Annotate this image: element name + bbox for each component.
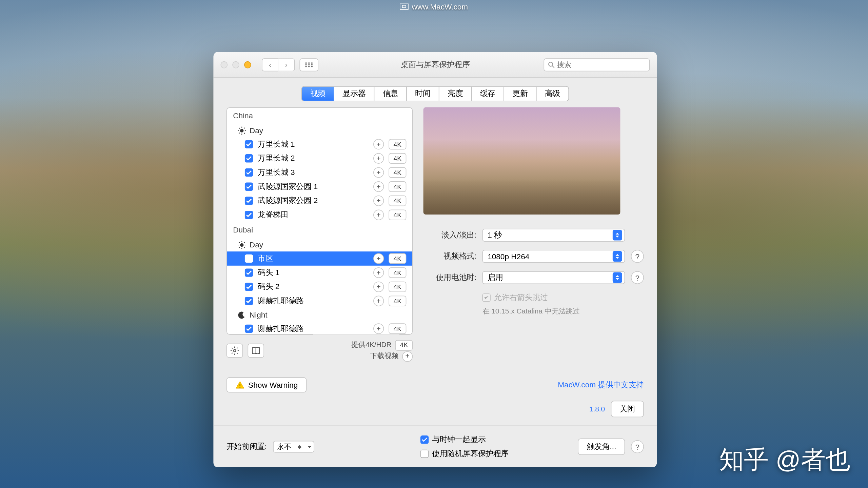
item-label: 万里长城 2 — [258, 153, 369, 164]
hot-corners-button[interactable]: 触发角... — [578, 439, 625, 455]
warning-icon — [235, 380, 245, 390]
settings-gear-button[interactable] — [226, 344, 243, 358]
list-item[interactable]: 谢赫扎耶德路+4K — [227, 294, 412, 308]
tab-1[interactable]: 显示器 — [334, 87, 374, 101]
search-field[interactable] — [544, 58, 650, 71]
list-item[interactable]: 码头 1+4K — [227, 266, 412, 280]
clock-label: 与时钟一起显示 — [432, 434, 486, 445]
bottom-help-button[interactable]: ? — [631, 441, 644, 453]
item-checkbox[interactable] — [245, 325, 253, 333]
item-add-button[interactable]: + — [373, 253, 384, 264]
item-add-button[interactable]: + — [373, 153, 384, 164]
battery-help-button[interactable]: ? — [631, 271, 644, 284]
item-checkbox[interactable] — [245, 283, 253, 291]
svg-point-9 — [308, 66, 310, 67]
item-add-button[interactable]: + — [373, 296, 384, 306]
show-all-button[interactable] — [299, 58, 318, 71]
svg-line-29 — [239, 247, 239, 248]
svg-line-19 — [244, 133, 244, 133]
back-button[interactable]: ‹ — [262, 58, 278, 71]
list-item[interactable]: 市区+4K — [227, 252, 412, 266]
item-add-button[interactable]: + — [373, 182, 384, 192]
item-checkbox[interactable] — [245, 211, 253, 219]
hdr-badge: 4K — [395, 340, 413, 350]
tab-7[interactable]: 高级 — [536, 87, 568, 101]
list-item[interactable]: 万里长城 1+4K — [227, 137, 412, 151]
skip-note: 在 10.15.x Catalina 中无法跳过 — [482, 306, 644, 317]
list-item[interactable]: 码头 2+4K — [227, 280, 412, 294]
close-button[interactable]: 关闭 — [611, 401, 644, 418]
list-section-header: Dubai — [227, 222, 412, 238]
item-label: 武陵源国家公园 2 — [258, 196, 369, 206]
minimize-traffic-light[interactable] — [232, 61, 239, 68]
download-plus-button[interactable]: + — [402, 351, 413, 362]
tab-6[interactable]: 更新 — [504, 87, 537, 101]
zoom-traffic-light[interactable] — [244, 61, 251, 68]
list-section-header: China — [227, 108, 412, 124]
item-label: 万里长城 1 — [258, 139, 369, 149]
list-item[interactable]: 武陵源国家公园 1+4K — [227, 180, 412, 194]
svg-point-7 — [311, 64, 313, 65]
tab-bar: 视频显示器信息时间亮度缓存更新高级 — [214, 78, 657, 107]
svg-rect-0 — [400, 3, 408, 9]
item-checkbox[interactable] — [245, 140, 253, 148]
list-item[interactable]: 谢赫扎耶德路+4K — [227, 322, 412, 334]
search-input[interactable] — [557, 60, 646, 68]
item-checkbox[interactable] — [245, 183, 253, 191]
idle-select[interactable]: 永不 — [273, 441, 314, 453]
window-title: 桌面与屏幕保护程序 — [401, 59, 470, 70]
item-label: 市区 — [258, 253, 369, 264]
item-label: 万里长城 3 — [258, 167, 369, 178]
item-checkbox[interactable] — [245, 255, 253, 263]
tab-5[interactable]: 缓存 — [472, 87, 504, 101]
tab-2[interactable]: 信息 — [374, 87, 407, 101]
item-add-button[interactable]: + — [373, 196, 384, 206]
battery-select[interactable]: 启用 — [482, 271, 625, 284]
watermark-bottom-right: 知乎 @者也 — [719, 443, 850, 476]
tab-0[interactable]: 视频 — [302, 87, 334, 101]
item-add-button[interactable]: + — [373, 139, 384, 149]
list-item[interactable]: 武陵源国家公园 2+4K — [227, 194, 412, 208]
fade-select[interactable]: 1 秒 — [482, 229, 625, 242]
video-preview — [423, 107, 620, 214]
video-list[interactable]: ChinaDay万里长城 1+4K万里长城 2+4K万里长城 3+4K武陵源国家… — [226, 107, 413, 334]
tab-4[interactable]: 亮度 — [439, 87, 472, 101]
battery-label: 使用电池时: — [423, 272, 477, 283]
svg-point-2 — [305, 62, 307, 63]
support-link[interactable]: MacW.com 提供中文支持 — [558, 380, 644, 390]
list-item[interactable]: 龙脊梯田+4K — [227, 208, 412, 222]
list-item[interactable]: 万里长城 2+4K — [227, 151, 412, 166]
tab-3[interactable]: 时间 — [407, 87, 439, 101]
skip-label: 允许右箭头跳过 — [494, 292, 548, 303]
item-badge: 4K — [389, 139, 406, 149]
titlebar: ‹ › 桌面与屏幕保护程序 — [214, 52, 657, 78]
chevron-updown-icon — [613, 251, 622, 262]
item-checkbox[interactable] — [245, 168, 253, 177]
close-traffic-light[interactable] — [220, 61, 228, 68]
list-item[interactable]: 万里长城 3+4K — [227, 166, 412, 180]
item-add-button[interactable]: + — [373, 167, 384, 178]
random-checkbox[interactable] — [420, 450, 428, 458]
forward-button[interactable]: › — [278, 58, 295, 71]
item-add-button[interactable]: + — [373, 282, 384, 292]
format-select[interactable]: 1080p H264 — [482, 250, 625, 263]
item-add-button[interactable]: + — [373, 210, 384, 220]
item-add-button[interactable]: + — [373, 324, 384, 334]
item-checkbox[interactable] — [245, 269, 253, 277]
item-badge: 4K — [389, 210, 406, 220]
item-checkbox[interactable] — [245, 297, 253, 305]
svg-point-8 — [305, 66, 307, 67]
nav-buttons: ‹ › — [262, 58, 295, 71]
show-warning-button[interactable]: Show Warning — [226, 378, 307, 393]
svg-rect-1 — [402, 5, 406, 7]
item-badge: 4K — [389, 268, 406, 278]
item-checkbox[interactable] — [245, 197, 253, 205]
watermark-top: www.MacW.com — [400, 2, 468, 11]
item-checkbox[interactable] — [245, 155, 253, 163]
book-button[interactable] — [248, 344, 264, 358]
clock-checkbox[interactable] — [420, 436, 428, 444]
format-help-button[interactable]: ? — [631, 250, 644, 263]
left-footer-text: 提供4K/HDR4K 下载视频+ — [351, 340, 413, 362]
item-add-button[interactable]: + — [373, 268, 384, 278]
item-label: 武陵源国家公园 1 — [258, 182, 369, 192]
